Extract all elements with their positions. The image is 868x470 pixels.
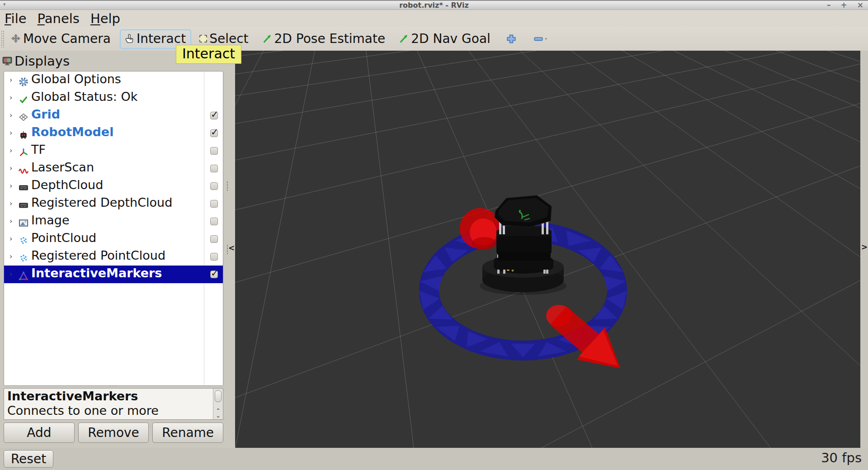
nav-goal-arrow-icon	[399, 33, 409, 43]
menu-item-file[interactable]: File	[5, 11, 27, 26]
expand-arrow-icon[interactable]: ›	[9, 252, 12, 261]
gear-icon	[19, 76, 28, 85]
status-bar: Reset 30 fps	[0, 448, 868, 470]
display-row-label: Registered DepthCloud	[31, 195, 172, 209]
display-row-label: Global Status: Ok	[31, 90, 137, 104]
display-row-label: Registered PointCloud	[31, 248, 165, 262]
display-row-label: PointCloud	[31, 231, 96, 245]
chevron-down-icon: ˇ	[545, 38, 547, 44]
tool-move-camera[interactable]: Move Camera	[6, 29, 116, 49]
description-title: InteractiveMarkers	[7, 389, 211, 404]
window-titlebar: ▾ robot.rviz* - RViz – + ×	[0, 0, 868, 10]
window-title: robot.rviz* - RViz	[0, 1, 868, 9]
close-button[interactable]: ×	[857, 0, 863, 9]
select-box-icon	[199, 35, 207, 43]
expand-arrow-icon[interactable]: ›	[9, 217, 12, 225]
display-enabled-checkbox[interactable]	[210, 253, 218, 261]
laserscan-icon	[19, 164, 28, 174]
rename-display-button[interactable]: Rename	[152, 423, 223, 443]
expand-arrow-icon[interactable]: ›	[9, 111, 12, 119]
pose-arrow-icon	[262, 33, 272, 43]
expand-arrow-icon[interactable]: ›	[9, 181, 12, 190]
display-row-global-options[interactable]: ›Global Options	[4, 71, 223, 89]
robot-icon	[19, 128, 28, 138]
display-row-tf[interactable]: ›TF	[4, 142, 223, 160]
display-row-depthcloud[interactable]: ›DepthCloud	[4, 177, 223, 195]
toolbar: Move CameraInteractSelect2D Pose Estimat…	[0, 27, 868, 51]
minus-icon	[533, 33, 544, 44]
display-row-label: Grid	[31, 107, 60, 121]
display-row-label: TF	[31, 142, 46, 157]
display-enabled-checkbox[interactable]	[210, 218, 218, 225]
maximize-button[interactable]: +	[841, 0, 847, 9]
remove-tool-button[interactable]: ˇ	[533, 33, 547, 44]
expand-arrow-icon[interactable]: ›	[9, 199, 12, 208]
interact-hand-icon	[124, 33, 134, 43]
display-row-global-status-ok[interactable]: ›Global Status: Ok	[4, 89, 223, 107]
splitter-grip-dots[interactable]	[226, 181, 228, 191]
display-enabled-checkbox[interactable]	[210, 129, 218, 137]
tool-label: Select	[209, 31, 248, 46]
collapse-left-panel-icon[interactable]: <	[228, 243, 235, 252]
display-row-label: LaserScan	[31, 160, 94, 174]
3d-viewport[interactable]	[235, 51, 860, 448]
image-icon	[19, 217, 28, 227]
display-enabled-checkbox[interactable]	[210, 165, 218, 172]
description-scrollbar[interactable]: ⌃⌄	[213, 389, 223, 419]
display-enabled-checkbox[interactable]	[210, 271, 218, 278]
displays-panel-title: Displays	[14, 53, 70, 69]
display-row-registered-depthcloud[interactable]: ›Registered DepthCloud	[4, 195, 223, 213]
expand-arrow-icon[interactable]: ›	[9, 93, 12, 102]
displays-tree: ›Global Options›Global Status: Ok›Grid›R…	[4, 71, 223, 386]
tool-label: 2D Nav Goal	[411, 31, 491, 46]
pointcloud-icon	[19, 252, 28, 262]
display-row-interactivemarkers[interactable]: ›InteractiveMarkers	[4, 266, 223, 283]
remove-display-button[interactable]: Remove	[78, 423, 149, 443]
expand-arrow-icon[interactable]: ›	[9, 128, 12, 137]
display-row-laserscan[interactable]: ›LaserScan	[4, 160, 223, 177]
tool-2d-nav-goal[interactable]: 2D Nav Goal	[394, 29, 496, 49]
tooltip: Interact	[176, 45, 241, 64]
scrollbar-thumb[interactable]	[215, 390, 222, 402]
pointcloud-icon	[19, 234, 28, 244]
expand-arrow-icon[interactable]: ›	[9, 234, 12, 243]
display-enabled-checkbox[interactable]	[210, 235, 218, 243]
expand-arrow-icon[interactable]: ›	[9, 76, 12, 84]
right-panel-strip: >	[860, 51, 868, 448]
display-row-robotmodel[interactable]: ›RobotModel	[4, 124, 223, 142]
expand-arrow-icon[interactable]: ›	[9, 146, 12, 155]
display-row-image[interactable]: ›Image	[4, 213, 223, 230]
add-tool-button[interactable]	[506, 33, 517, 44]
displays-panel-buttons: AddRemoveRename	[4, 423, 223, 443]
display-row-registered-pointcloud[interactable]: ›Registered PointCloud	[4, 248, 223, 266]
depthcloud-icon	[19, 181, 28, 191]
display-row-grid[interactable]: ›Grid	[4, 107, 223, 124]
tf-axes-icon	[19, 146, 28, 156]
tool-2d-pose-estimate[interactable]: 2D Pose Estimate	[258, 29, 391, 49]
menu-item-panels[interactable]: Panels	[38, 11, 80, 26]
panel-splitter[interactable]: <	[224, 51, 235, 448]
display-enabled-checkbox[interactable]	[210, 147, 218, 155]
menu-item-help[interactable]: Help	[90, 11, 120, 26]
description-text: Connects to one or more	[7, 404, 211, 418]
expand-right-panel-icon[interactable]: >	[861, 242, 868, 252]
add-display-button[interactable]: Add	[4, 423, 75, 443]
display-enabled-checkbox[interactable]	[210, 112, 218, 119]
plus-icon	[506, 33, 517, 44]
display-enabled-checkbox[interactable]	[210, 200, 218, 208]
tool-label: 2D Pose Estimate	[274, 31, 386, 46]
grid-icon	[19, 111, 28, 121]
reset-button[interactable]: Reset	[4, 450, 53, 468]
expand-arrow-icon[interactable]: ›	[9, 270, 12, 278]
display-row-pointcloud[interactable]: ›PointCloud	[4, 230, 223, 248]
fps-counter: 30 fps	[821, 450, 862, 465]
monitor-icon	[2, 56, 12, 66]
display-description-box: InteractiveMarkers Connects to one or mo…	[4, 388, 223, 420]
toolbar-grip[interactable]	[1, 30, 5, 47]
scrollbar-arrows[interactable]: ⌃⌄	[213, 408, 223, 418]
minimize-button[interactable]: –	[827, 0, 831, 9]
menu-bar: FilePanelsHelp	[0, 10, 868, 27]
expand-arrow-icon[interactable]: ›	[9, 164, 12, 172]
display-row-label: Global Options	[31, 72, 121, 86]
display-enabled-checkbox[interactable]	[210, 182, 218, 190]
